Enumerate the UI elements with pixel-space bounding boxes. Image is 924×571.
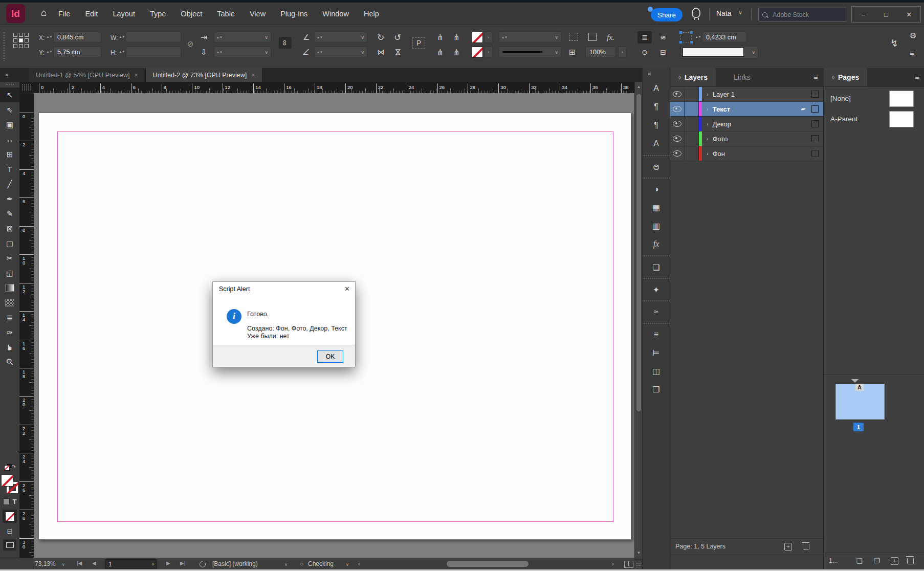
scale-y-dropdown[interactable]: ▲▼∨ [214,47,271,57]
home-icon[interactable]: ⌂ [41,7,47,18]
links-panel-icon[interactable]: ❏ [643,255,670,276]
shear-angle-dropdown[interactable]: ▲▼∨ [314,47,367,57]
zoom-level-flyout[interactable]: › [618,47,627,58]
layer-target-checkbox[interactable] [811,150,819,157]
y-stepper[interactable]: ▲▼ [47,47,52,57]
layer-name[interactable]: Фото [713,135,728,143]
last-page-button[interactable]: ▶| [180,560,185,566]
pages-panel-menu-icon[interactable]: ≡ [915,73,920,81]
pathfinder-panel-icon[interactable]: ◫ [643,362,670,380]
note-tool[interactable]: ≣ [0,310,19,325]
layer-lock-cell[interactable] [685,102,699,116]
tab-layers[interactable]: ◊ Layers [670,68,716,86]
layer-expand-icon[interactable]: › [707,150,709,157]
layer-target-checkbox[interactable] [811,91,819,98]
scroll-right-icon[interactable]: › [612,560,614,567]
fill-color-swatch[interactable] [472,47,483,58]
preflight-profile[interactable]: [Basic] (working) [212,560,258,567]
horizontal-scroll-thumb[interactable] [447,561,529,567]
corner-options-icon[interactable] [588,33,597,41]
maximize-button[interactable]: □ [875,7,898,22]
new-page-button[interactable]: + [891,557,898,565]
scale-x-dropdown[interactable]: ▲▼∨ [214,32,271,42]
swap-fill-stroke-icon[interactable]: ↷ [4,463,15,471]
vertical-scroll-thumb[interactable] [636,94,641,411]
direct-selection-tool[interactable]: ⇖ [0,102,19,117]
menu-item[interactable]: Object [181,10,202,18]
ok-button[interactable]: OK [317,350,343,363]
share-button[interactable]: Share [651,8,683,21]
status-chevron-icon[interactable]: ∨ [346,562,349,567]
gradient-feather-tool[interactable] [0,295,19,310]
line-tool[interactable]: ╱ [0,177,19,191]
layer-row-foto[interactable]: › Фото ✒ [670,131,824,146]
stroke-color-swatch[interactable] [472,32,483,43]
cc-libraries-panel-icon[interactable]: ✦ [643,278,670,298]
scissors-tool[interactable]: ✂ [0,251,19,266]
view-pages-icon[interactable]: ❏ [856,557,863,565]
dialog-close-icon[interactable]: ✕ [344,285,350,293]
master-page-thumbnail[interactable] [889,91,914,107]
stroke-weight-dropdown[interactable]: ▲▼∨ [499,32,561,42]
layer-name[interactable]: Текст [713,105,730,113]
tab-close-icon[interactable]: × [135,72,138,79]
object-styles-icon[interactable]: ⊞ [569,48,576,57]
new-layer-button[interactable]: + [784,543,792,551]
rotation-angle-dropdown[interactable]: ▲▼∨ [314,32,367,42]
formatting-affects-container-button[interactable] [3,498,10,505]
dock-collapse-icon[interactable]: « [648,70,651,77]
menu-item[interactable]: Help [364,10,379,18]
menu-item[interactable]: View [250,10,266,18]
gear-icon[interactable]: ⚙ [910,31,916,40]
layers-panel-menu-icon[interactable]: ≡ [813,73,819,81]
flip-horizontal-icon[interactable]: ⋈ [377,48,385,57]
next-page-button[interactable]: ▶ [166,560,170,566]
tab-pages[interactable]: ◊ Pages [824,68,867,86]
menu-item[interactable]: File [58,10,70,18]
free-transform-tool[interactable]: ◱ [0,266,19,280]
gap-tool[interactable]: ↔ [0,132,19,147]
tools-panel-grip[interactable] [6,84,14,86]
tab-overflow-icon[interactable]: » [5,71,9,78]
reference-point-proxy[interactable] [13,33,29,48]
character-styles-panel-icon[interactable]: A [643,135,670,153]
swatches-panel-icon[interactable]: ▦ [643,198,670,216]
layer-visibility-button[interactable] [670,102,685,116]
paragraph-styles-panel-icon[interactable]: ¶ [643,116,670,135]
y-field[interactable]: 5,75 cm [53,47,101,57]
layer-visibility-button[interactable] [670,146,685,161]
zoom-level-field[interactable]: 100% [585,47,616,57]
control-bar-menu-icon[interactable]: ≡ [910,49,914,57]
gradient-panel-icon[interactable]: ▥ [643,216,670,235]
first-page-button[interactable]: |◀ [77,560,82,566]
edit-page-size-icon[interactable]: ❐ [873,557,880,565]
layer-visibility-button[interactable] [670,117,685,131]
type-tool[interactable]: T [0,162,19,177]
select-container-icon[interactable]: ⋔ [437,33,444,42]
preflight-status-label[interactable]: Checking [308,560,334,567]
select-previous-icon[interactable]: ⋔ [437,48,444,57]
menu-item[interactable]: Layout [113,10,135,18]
gap-stepper[interactable]: ▲▼ [696,32,700,42]
layer-row-layer-1[interactable]: › Layer 1 ✒ [670,87,824,102]
menu-item[interactable]: Table [217,10,235,18]
master-page-row[interactable]: [None] [824,89,924,109]
screen-mode-button[interactable] [3,539,16,551]
h-field[interactable] [126,47,181,57]
layer-lock-cell[interactable] [685,87,699,101]
hand-tool[interactable]: ☛ [0,340,19,355]
master-page-thumbnail[interactable] [889,111,914,127]
minimize-button[interactable]: – [852,7,875,22]
page-number-field[interactable]: 1 ∨ [105,559,157,569]
character-panel-icon[interactable]: A [643,79,670,98]
x-field[interactable]: 0,845 cm [53,32,101,42]
select-next-icon[interactable]: ⋔ [453,48,460,57]
rotate-ccw-icon[interactable]: ↺ [394,32,401,43]
menu-item[interactable]: Type [150,10,166,18]
layer-expand-icon[interactable]: › [707,106,709,112]
layer-row-tekst[interactable]: › Текст ✒ [670,102,824,117]
layer-lock-cell[interactable] [685,146,699,161]
menu-item[interactable]: Window [322,10,349,18]
page-chevron-icon[interactable]: ∨ [151,562,155,566]
user-chevron-icon[interactable]: ∨ [738,9,742,16]
